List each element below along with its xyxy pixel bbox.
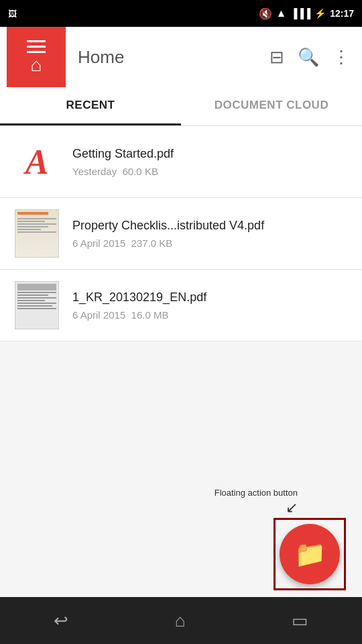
file-name: Property Checklis...istributed V4.pdf xyxy=(72,218,349,233)
signal-icon: ▐▐▐ xyxy=(290,8,310,19)
home-nav-icon[interactable]: ⌂ xyxy=(175,610,186,631)
more-options-icon[interactable]: ⋮ xyxy=(333,47,350,68)
recents-nav-icon[interactable]: ▭ xyxy=(292,610,308,631)
reader-mode-icon[interactable]: ⊟ xyxy=(269,47,284,68)
home-icon: ⌂ xyxy=(31,56,42,74)
status-right-icons: 🔇 ▲ ▐▐▐ ⚡ 12:17 xyxy=(259,7,354,20)
file-meta: 6 April 2015 16.0 MB xyxy=(72,309,349,321)
file-thumbnail-1 xyxy=(13,210,60,257)
bottom-nav: ↩ ⌂ ▭ xyxy=(0,597,362,644)
file-meta: Yesterday 60.0 KB xyxy=(72,166,349,177)
list-item[interactable]: A Getting Started.pdf Yesterday 60.0 KB xyxy=(0,126,362,198)
fab-area: Floating action button ↙ 📁 xyxy=(274,518,346,590)
clock: 12:17 xyxy=(330,8,354,19)
file-thumbnail-2 xyxy=(13,282,60,329)
back-nav-icon[interactable]: ↩ xyxy=(54,610,68,631)
folder-icon: 📁 xyxy=(294,539,326,569)
tab-recent[interactable]: RECENT xyxy=(0,87,181,125)
fab-label: Floating action button xyxy=(215,488,298,498)
hamburger-icon xyxy=(27,40,46,53)
gallery-icon: 🖼 xyxy=(8,9,17,19)
home-button[interactable]: ⌂ xyxy=(7,27,66,87)
list-item[interactable]: 1_KR_20130219_EN.pdf 6 April 2015 16.0 M… xyxy=(0,270,362,341)
search-icon[interactable]: 🔍 xyxy=(298,47,319,68)
fab-arrow-icon: ↙ xyxy=(286,499,298,517)
status-bar: 🖼 🔇 ▲ ▐▐▐ ⚡ 12:17 xyxy=(0,0,362,27)
wifi-icon: ▲ xyxy=(276,7,287,19)
tabs: RECENT DOCUMENT CLOUD xyxy=(0,87,362,126)
file-icon-acrobat: A xyxy=(13,138,60,185)
list-item[interactable]: Property Checklis...istributed V4.pdf 6 … xyxy=(0,198,362,270)
tab-document-cloud[interactable]: DOCUMENT CLOUD xyxy=(181,87,362,125)
status-left-icons: 🖼 xyxy=(8,9,17,19)
file-meta: 6 April 2015 237.0 KB xyxy=(72,237,349,249)
fab-annotation: Floating action button ↙ xyxy=(215,488,298,517)
file-list: A Getting Started.pdf Yesterday 60.0 KB xyxy=(0,126,362,341)
file-name: Getting Started.pdf xyxy=(72,146,349,162)
battery-icon: ⚡ xyxy=(314,8,326,19)
fab-highlight: 📁 xyxy=(274,518,346,590)
fab-button[interactable]: 📁 xyxy=(280,524,340,584)
toolbar-actions: ⊟ 🔍 ⋮ xyxy=(269,47,355,68)
toolbar: ⌂ Home ⊟ 🔍 ⋮ xyxy=(0,27,362,87)
toolbar-title: Home xyxy=(66,47,269,68)
file-name: 1_KR_20130219_EN.pdf xyxy=(72,290,349,305)
mute-icon: 🔇 xyxy=(259,7,272,20)
empty-space xyxy=(0,341,362,489)
